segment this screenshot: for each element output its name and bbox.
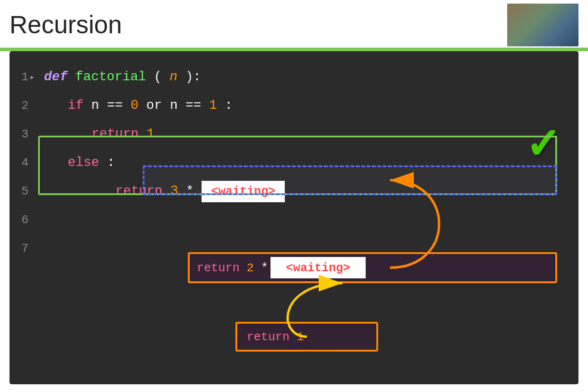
line-2-content: if n == 0 or n == 1 : [44,92,232,120]
line-number-2: 2 [21,92,39,120]
line-number-6: 6 [21,206,39,234]
code-line-5: 5 return 3 * <waiting> [21,177,567,206]
line-4-content: else : [44,149,115,177]
waiting-box-5: <waiting> [202,181,285,202]
page-wrapper: Recursion 1 ▸ def factorial ( n [0,0,588,384]
code-line-2: 2 if n == 0 or n == 1 : [21,92,567,120]
return-1-box: return 1 [235,322,378,352]
waiting-label-6: <waiting> [286,261,350,275]
line-number-1: 1 ▸ [21,63,39,92]
header-image [507,4,578,46]
checkmark-icon: ✓ [525,123,561,165]
code-area: 1 ▸ def factorial ( n ): 2 if n [21,63,567,263]
waiting-box-6: <waiting> [271,257,366,278]
waiting-label-5: <waiting> [211,177,275,206]
code-line-6: 6 [21,206,567,234]
code-container: 1 ▸ def factorial ( n ): 2 if n [10,51,578,384]
header: Recursion [0,0,588,48]
line-5-content: return 3 * <waiting> [44,177,285,206]
line-3-content: return 1 [44,120,155,149]
thumbnail [507,4,578,46]
line-number-5: 5 [21,177,39,206]
line-number-4: 4 [21,149,39,177]
code-line-4: 4 else : [21,149,567,177]
line-1-content: def factorial ( n ): [44,63,201,92]
return-2-box: return 2 * <waiting> [188,252,557,283]
code-line-3: 3 return 1 [21,120,567,149]
line-number-7: 7 [21,234,39,263]
page-title: Recursion [10,11,122,39]
code-line-1: 1 ▸ def factorial ( n ): [21,63,567,92]
line-number-3: 3 [21,120,39,149]
